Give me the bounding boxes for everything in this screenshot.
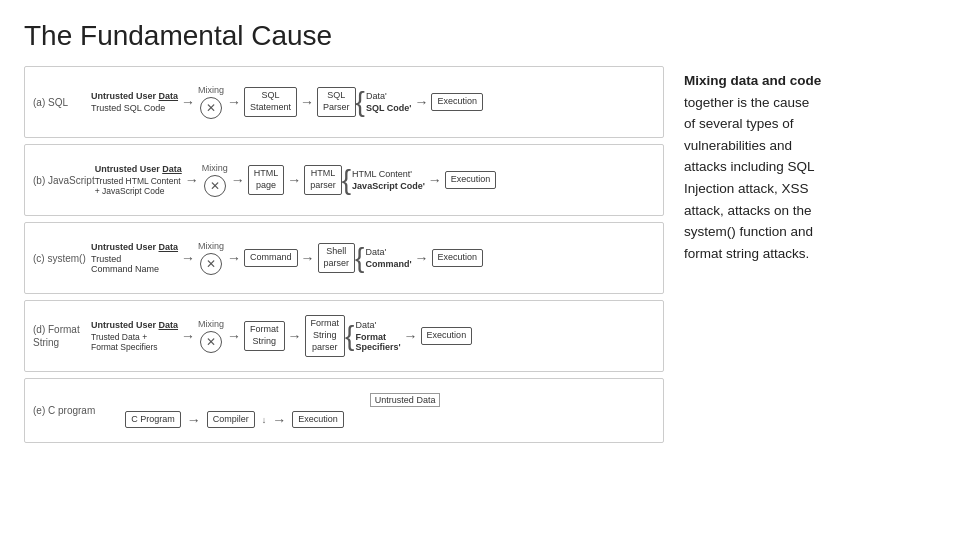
untrusted-a: Untrusted User Data	[91, 91, 178, 101]
brace-top-b: HTML Content'	[352, 169, 425, 179]
node-c1: Command	[244, 249, 298, 267]
desc-line6: Injection attack, XSS	[684, 181, 809, 196]
row-e-inner: Untrusted Data C Program → Compiler ↓ → …	[95, 393, 655, 429]
stack-a: Untrusted User Data Trusted SQL Code	[91, 91, 178, 113]
desc-line7: attack, attacks on the	[684, 203, 812, 218]
arrow-d3: →	[285, 328, 305, 344]
mix-b: Mixing ✕	[202, 163, 228, 197]
desc-line9: format string attacks.	[684, 246, 809, 261]
node-d2: FormatStringparser	[305, 315, 346, 356]
trusted-a: Trusted SQL Code	[91, 103, 165, 113]
arrow-d2: →	[224, 328, 244, 344]
node-e1: C Program	[125, 411, 181, 429]
brace-char-d: {	[345, 322, 354, 350]
mix-circle-a: ✕	[200, 97, 222, 119]
mix-circle-c: ✕	[200, 253, 222, 275]
arrow-c4: →	[412, 250, 432, 266]
exec-d: Execution	[421, 327, 473, 345]
diagram-row-a: (a) SQL Untrusted User Data Trusted SQL …	[24, 66, 664, 138]
desc-line2: together is the cause	[684, 95, 809, 110]
arrow-d4: →	[401, 328, 421, 344]
stack-b: Untrusted User Data Trusted HTML Content…	[95, 164, 182, 196]
brace-bot-c: Command'	[365, 259, 411, 269]
main-layout: (a) SQL Untrusted User Data Trusted SQL …	[24, 66, 936, 443]
untrusted-d: Untrusted User Data	[91, 320, 178, 330]
brace-char-c: {	[355, 244, 364, 272]
untrusted-c: Untrusted User Data	[91, 242, 178, 252]
brace-bot-d: FormatSpecifiers'	[355, 332, 400, 352]
mix-c: Mixing ✕	[198, 241, 224, 275]
mix-circle-d: ✕	[200, 331, 222, 353]
node-c2: Shellparser	[318, 243, 356, 272]
exec-c: Execution	[432, 249, 484, 267]
brace-c: { Data' Command'	[355, 244, 412, 272]
arrow-a3: →	[297, 94, 317, 110]
row-label-b: (b) JavaScript	[33, 174, 95, 187]
node-a1: SQLStatement	[244, 87, 297, 116]
brace-char-a: {	[356, 88, 365, 116]
arrow-a1: →	[178, 94, 198, 110]
trusted-c: TrustedCommand Name	[91, 254, 159, 274]
desc-line3: of several types of	[684, 116, 794, 131]
arrow-c2: →	[224, 250, 244, 266]
arrow-b2: →	[228, 172, 248, 188]
diagrams-column: (a) SQL Untrusted User Data Trusted SQL …	[24, 66, 664, 443]
brace-content-b: HTML Content' JavaScript Code'	[352, 169, 425, 191]
brace-a: { Data' SQL Code'	[356, 88, 412, 116]
trusted-d: Trusted Data +Format Specifiers	[91, 332, 158, 352]
arrow-d1: →	[178, 328, 198, 344]
brace-content-a: Data' SQL Code'	[366, 91, 411, 113]
desc-line8: system() function and	[684, 224, 813, 239]
diagram-content-a: Untrusted User Data Trusted SQL Code → M…	[91, 85, 655, 119]
untrusted-b: Untrusted User Data	[95, 164, 182, 174]
page-title: The Fundamental Cause	[24, 20, 936, 52]
diagram-row-b: (b) JavaScript Untrusted User Data Trust…	[24, 144, 664, 216]
arrow-e2: →	[269, 412, 289, 428]
description-text: Mixing data and code together is the cau…	[684, 70, 936, 264]
mix-d: Mixing ✕	[198, 319, 224, 353]
brace-content-d: Data' FormatSpecifiers'	[355, 320, 400, 352]
node-e2: Compiler	[207, 411, 255, 429]
exec-a: Execution	[431, 93, 483, 111]
stack-d: Untrusted User Data Trusted Data +Format…	[91, 320, 178, 352]
arrow-a2: →	[224, 94, 244, 110]
diagram-content-d: Untrusted User Data Trusted Data +Format…	[91, 315, 655, 356]
brace-top-d: Data'	[355, 320, 400, 330]
diagram-content-e: Untrusted Data C Program → Compiler ↓ → …	[95, 393, 655, 429]
exec-b: Execution	[445, 171, 497, 189]
brace-top-c: Data'	[365, 247, 411, 257]
brace-content-c: Data' Command'	[365, 247, 411, 269]
arrow-e-down: ↓	[262, 415, 267, 425]
diagram-content-b: Untrusted User Data Trusted HTML Content…	[95, 163, 655, 197]
arrow-c1: →	[178, 250, 198, 266]
brace-top-a: Data'	[366, 91, 411, 101]
row-label-d: (d) FormatString	[33, 323, 91, 349]
desc-line5: attacks including SQL	[684, 159, 815, 174]
diagram-row-e: (e) C program Untrusted Data C Program →…	[24, 378, 664, 443]
description-strong: Mixing data and code	[684, 73, 821, 88]
arrow-c3: →	[298, 250, 318, 266]
arrow-a4: →	[411, 94, 431, 110]
mix-a: Mixing ✕	[198, 85, 224, 119]
brace-bot-a: SQL Code'	[366, 103, 411, 113]
node-b2: HTMLparser	[304, 165, 342, 194]
node-a2: SQLParser	[317, 87, 356, 116]
row-label-e: (e) C program	[33, 404, 95, 417]
untrusted-e: Untrusted Data	[370, 393, 441, 407]
mix-circle-b: ✕	[204, 175, 226, 197]
diagram-row-d: (d) FormatString Untrusted User Data Tru…	[24, 300, 664, 372]
arrow-e1: →	[184, 412, 204, 428]
row-e-top: Untrusted Data	[370, 393, 441, 407]
brace-bot-b: JavaScript Code'	[352, 181, 425, 191]
row-label-c: (c) system()	[33, 252, 91, 265]
node-d1: FormatString	[244, 321, 285, 350]
stack-c: Untrusted User Data TrustedCommand Name	[91, 242, 178, 274]
exec-e: Execution	[292, 411, 344, 429]
arrow-b1: →	[182, 172, 202, 188]
arrow-b4: →	[425, 172, 445, 188]
trusted-b: Trusted HTML Content+ JavaScript Code	[95, 176, 181, 196]
row-e-flow: C Program → Compiler ↓ → Execution	[125, 411, 344, 429]
diagram-content-c: Untrusted User Data TrustedCommand Name …	[91, 241, 655, 275]
arrow-b3: →	[284, 172, 304, 188]
node-b1: HTMLpage	[248, 165, 285, 194]
